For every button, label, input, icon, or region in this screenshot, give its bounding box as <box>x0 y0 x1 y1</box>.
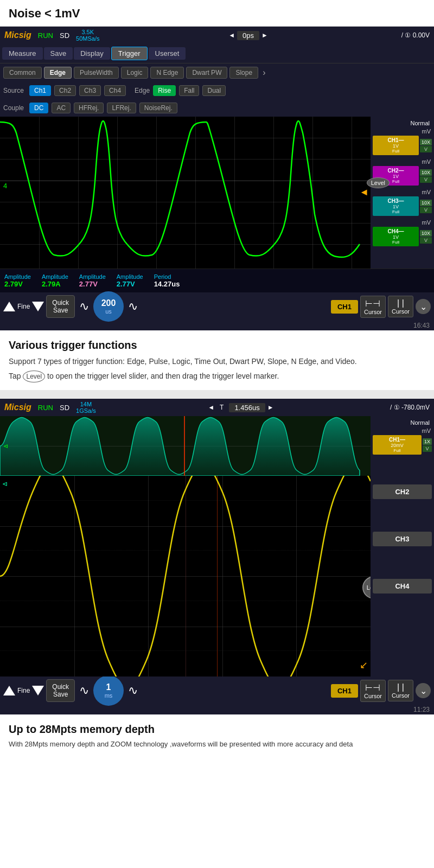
meas-3-name: Amplitude <box>79 273 106 280</box>
wave-right-icon[interactable]: ∿ <box>128 299 138 314</box>
scope2-fine-up[interactable] <box>3 686 15 695</box>
scope2-brand: Micsig <box>4 403 31 412</box>
src-ch2[interactable]: Ch2 <box>54 85 76 96</box>
src-ch3[interactable]: Ch3 <box>79 85 101 96</box>
cursor1-btn[interactable]: ⊢⊣ Cursor <box>360 296 386 318</box>
ch4-10x[interactable]: 10X <box>420 230 432 237</box>
sub-dwart-pw[interactable]: Dwart PW <box>186 67 227 79</box>
scope2-ch2-btn[interactable]: CH2 <box>373 484 432 499</box>
edge-dual[interactable]: Dual <box>202 85 226 96</box>
ch1-indicator-btn[interactable]: CH1 <box>331 300 358 314</box>
menu-measure[interactable]: Measure <box>2 47 43 60</box>
scope1-container: Micsig RUN SD 3.5K 50MSa/s ◄ 0ps ► / ① 0… <box>0 27 434 330</box>
scope1-brand: Micsig <box>4 30 31 40</box>
scope2-wave-right-icon[interactable]: ∿ <box>128 684 138 698</box>
menu-userset[interactable]: Userset <box>149 47 186 60</box>
trigger-para2: Tap Level to open the trigger level slid… <box>9 371 425 382</box>
mv-label1: mV <box>373 127 432 135</box>
ch3-10x[interactable]: 10X <box>420 200 432 206</box>
scope1-right-panel: Normal mV CH1— 1V Full 10X V mV CH2— 1V <box>371 117 434 269</box>
scope2-time-display[interactable]: 1 ms <box>93 675 124 706</box>
scope2-wave-left-icon[interactable]: ∿ <box>79 684 89 698</box>
menu-display[interactable]: Display <box>74 47 110 60</box>
scope2-timebar[interactable]: ◄ T 1.456us ► <box>100 403 381 412</box>
scope2-ch4-btn[interactable]: CH4 <box>373 579 432 593</box>
sub-pulsewidth[interactable]: PulseWidth <box>74 67 119 79</box>
scope2-right-arrow[interactable]: ► <box>267 404 274 411</box>
cursor2-btn[interactable]: | | Cursor <box>388 296 413 317</box>
scope2-storage: SD <box>60 404 69 412</box>
scope2-time-center: 1.456us <box>229 403 265 412</box>
scope2-timestamp: 11:23 <box>0 705 434 714</box>
scope2-cursor2-btn[interactable]: | | Cursor <box>388 680 413 701</box>
scope2-normal-label: Normal <box>373 418 432 427</box>
ch2-10x[interactable]: 10X <box>420 169 432 176</box>
src-ch4[interactable]: Ch4 <box>104 85 126 96</box>
ch3-v[interactable]: V <box>420 207 432 213</box>
scope2-quick-save-btn[interactable]: Quick Save <box>46 679 75 702</box>
ch3-button[interactable]: CH3— 1V Full <box>373 196 419 216</box>
ch1-v[interactable]: V <box>420 146 432 152</box>
edge-label: Edge <box>135 87 150 94</box>
sub-logic[interactable]: Logic <box>121 67 149 79</box>
scope2-ch4-corner: ↙ <box>360 659 368 671</box>
scope1-timebar[interactable]: ◄ 0ps ► <box>104 31 392 40</box>
normal-label: Normal <box>373 119 432 127</box>
couple-noiserej[interactable]: NoiseRej. <box>139 103 177 113</box>
meas-2: Amplitude 2.79A <box>42 273 68 288</box>
fine-down-arrow[interactable] <box>32 302 44 311</box>
scope2-cursor1-btn[interactable]: ⊢⊣ Cursor <box>360 680 386 702</box>
fine-up-arrow[interactable] <box>3 302 15 311</box>
menu-save[interactable]: Save <box>44 47 73 60</box>
scope1-right-arrow[interactable]: ► <box>261 31 268 39</box>
fine-label: Fine <box>17 303 30 310</box>
level-marker-arrow[interactable]: ◄ <box>359 187 369 198</box>
src-ch1[interactable]: Ch1 <box>29 85 51 96</box>
ch4-panel: CH4— 1V Full 10X V <box>373 227 432 246</box>
ch1-10x[interactable]: 10X <box>420 139 432 145</box>
scope2-lower-svg <box>0 476 371 676</box>
couple-dc[interactable]: DC <box>29 103 48 113</box>
time-value: 200 <box>101 298 116 308</box>
scope2-ch1-indicator-btn[interactable]: CH1 <box>331 684 358 698</box>
scope2-fine-down[interactable] <box>32 686 44 695</box>
edge-fall[interactable]: Fall <box>179 85 199 96</box>
meas-3: Amplitude 2.77V <box>79 273 106 288</box>
sub-n-edge[interactable]: N Edge <box>150 67 184 79</box>
scope1-left-arrow[interactable]: ◄ <box>228 31 235 39</box>
ch2-v[interactable]: V <box>420 176 432 183</box>
scope2-ch1-1x[interactable]: 1X <box>423 438 432 445</box>
scope1-menu-icon[interactable]: ⌄ <box>416 299 431 314</box>
couple-hfrej[interactable]: HFRej. <box>74 103 104 113</box>
ch4-button[interactable]: CH4— 1V Full <box>373 227 419 246</box>
scope1-sub-menu: Common Edge PulseWidth Logic N Edge Dwar… <box>0 63 434 82</box>
ch4-v[interactable]: V <box>420 237 432 244</box>
scope2-menu-icon[interactable]: ⌄ <box>416 683 431 698</box>
scope2-ch3-btn[interactable]: CH3 <box>373 532 432 546</box>
scope2-lower-right-panel: CH2 CH3 CH4 <box>371 476 434 676</box>
menu-trigger[interactable]: Trigger <box>111 47 148 60</box>
scope2-left-arrow[interactable]: ◄ <box>208 404 214 411</box>
sub-slope[interactable]: Slope <box>229 67 258 79</box>
scope2-ch1-button[interactable]: CH1— 20mV Full <box>373 435 422 455</box>
time-display[interactable]: 200 us <box>93 291 124 322</box>
sub-edge[interactable]: Edge <box>44 67 72 79</box>
couple-lfrej[interactable]: LFRej. <box>107 103 136 113</box>
meas-4-val: 2.77V <box>117 280 143 288</box>
quick-save-btn[interactable]: Quick Save <box>46 295 75 318</box>
couple-ac[interactable]: AC <box>52 103 71 113</box>
scope1-top-bar: Micsig RUN SD 3.5K 50MSa/s ◄ 0ps ► / ① 0… <box>0 27 434 44</box>
sub-common[interactable]: Common <box>3 67 42 79</box>
scope2-rate: 14M 1GSa/s <box>76 401 96 414</box>
cursor1-icon: ⊢⊣ <box>365 298 380 309</box>
ch1-button[interactable]: CH1— 1V Full <box>373 136 419 155</box>
memory-description: With 28Mpts memory depth and ZOOM techno… <box>9 739 425 750</box>
gray-section: Micsig RUN SD 14M 1GSa/s ◄ T 1.456us ► /… <box>0 390 434 714</box>
edge-rise[interactable]: Rise <box>153 85 176 96</box>
scope2-ch1-v[interactable]: V <box>423 445 432 452</box>
level-knob-display[interactable]: Level <box>367 177 390 188</box>
scope2-cursor1-label: Cursor <box>364 693 382 699</box>
sub-more-icon[interactable]: › <box>263 68 265 78</box>
ch4-marker: 4 <box>3 182 7 190</box>
wave-left-icon[interactable]: ∿ <box>79 299 89 314</box>
